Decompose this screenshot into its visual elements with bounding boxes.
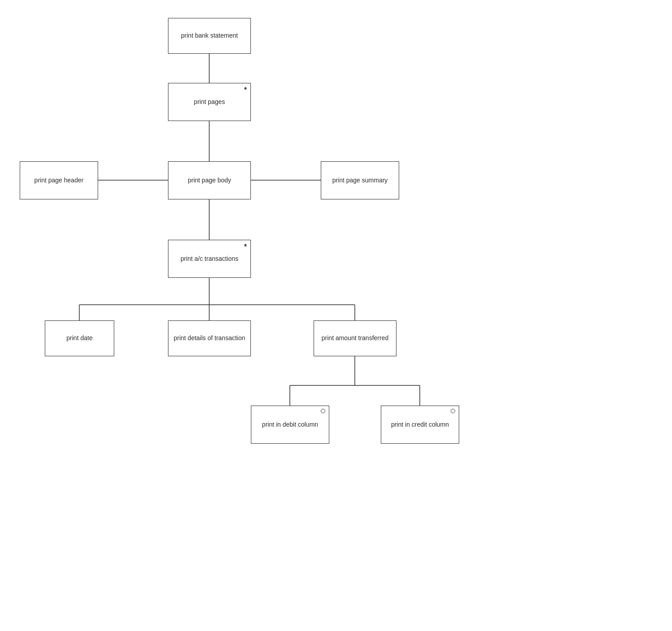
print-page-body-node: print page body [168,161,251,199]
print-ac-transactions-node: * print a/c transactions [168,240,251,278]
print-bank-statement-node: print bank statement [168,18,251,54]
print-bank-statement-label: print bank statement [181,31,238,40]
print-page-body-label: print page body [188,176,231,185]
print-amount-transferred-node: print amount transferred [314,320,396,356]
print-pages-label: print pages [194,98,225,107]
debit-column-circle [321,409,325,413]
print-in-credit-column-node: print in credit column [381,406,459,444]
print-amount-transferred-label: print amount transferred [322,334,388,343]
credit-column-circle [451,409,455,413]
print-date-label: print date [66,334,92,343]
connector-lines [0,0,672,631]
print-page-header-node: print page header [20,161,98,199]
print-in-credit-column-label: print in credit column [391,420,449,429]
print-pages-node: * print pages [168,83,251,121]
print-date-node: print date [45,320,114,356]
print-ac-transactions-label: print a/c transactions [181,255,238,264]
print-page-summary-label: print page summary [332,176,388,185]
print-in-debit-column-node: print in debit column [251,406,329,444]
print-details-of-transaction-node: print details of transaction [168,320,251,356]
print-page-header-label: print page header [34,176,84,185]
print-details-of-transaction-label: print details of transaction [174,334,246,343]
print-pages-asterisk: * [244,85,247,95]
print-page-summary-node: print page summary [321,161,399,199]
print-in-debit-column-label: print in debit column [262,420,318,429]
print-ac-transactions-asterisk: * [244,242,247,252]
diagram-container: print bank statement * print pages print… [0,0,672,631]
